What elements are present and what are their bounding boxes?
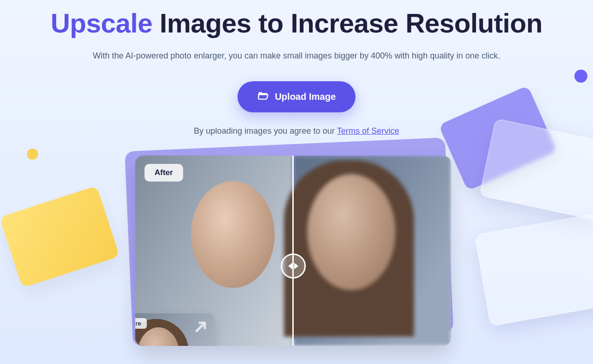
- compare-before-side: [293, 156, 451, 346]
- compare-viewer[interactable]: After Before: [135, 156, 451, 346]
- compare-section: After Before: [135, 156, 458, 346]
- after-badge: After: [145, 164, 184, 182]
- page-title-accent: Upscale: [51, 8, 152, 38]
- upload-image-button[interactable]: Upload Image: [237, 81, 355, 112]
- terms-link[interactable]: Terms of Service: [337, 126, 399, 136]
- before-badge: Before: [135, 318, 147, 329]
- page-subtitle: With the AI-powered photo enlarger, you …: [0, 51, 593, 61]
- before-thumbnail[interactable]: Before: [135, 313, 214, 346]
- page-title-rest: Images to Increase Resolution: [160, 8, 543, 38]
- upload-button-label: Upload Image: [275, 91, 336, 102]
- expand-arrow-icon: [194, 320, 208, 334]
- terms-text: By uploading images you agree to our Ter…: [0, 126, 593, 136]
- folder-open-icon: [257, 90, 269, 104]
- compare-handle[interactable]: [281, 254, 306, 279]
- terms-prefix: By uploading images you agree to our: [194, 126, 337, 136]
- page-title: Upscale Images to Increase Resolution: [0, 8, 593, 38]
- compare-divider[interactable]: [292, 156, 294, 346]
